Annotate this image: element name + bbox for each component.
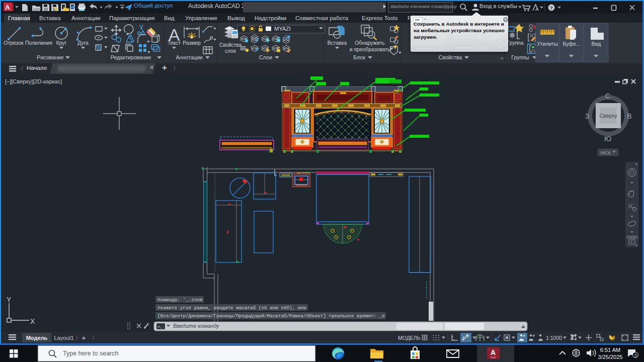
svg-text:Свойства: Свойства — [439, 54, 462, 60]
svg-text:Группы: Группы — [511, 54, 529, 60]
svg-text:Группа: Группа — [507, 40, 524, 46]
svg-text:Обнаружить: Обнаружить — [355, 40, 384, 46]
svg-text:1:1000: 1:1000 — [546, 335, 562, 341]
svg-text:Вид: Вид — [592, 41, 601, 47]
svg-text:Вставка: Вставка — [328, 40, 347, 46]
svg-text:Текст: Текст — [168, 40, 181, 46]
svg-text:Свойства: Свойства — [219, 42, 242, 48]
svg-text:MYAZI: MYAZI — [274, 26, 291, 32]
svg-text:и преобразовать: и преобразовать — [350, 47, 390, 52]
svg-text:CAD: CAD — [491, 356, 496, 359]
svg-text:В: В — [627, 112, 631, 120]
svg-text:МСК: МСК — [601, 150, 611, 155]
svg-text:Ю: Ю — [604, 135, 611, 143]
svg-text:+: + — [82, 333, 86, 342]
svg-text:A: A — [5, 4, 10, 11]
svg-text:Редактирование: Редактирование — [111, 54, 151, 60]
svg-text:Круг: Круг — [56, 40, 67, 46]
svg-text:слоя: слоя — [225, 48, 236, 54]
svg-text:/: / — [76, 335, 78, 341]
svg-text:Сверху: Сверху — [599, 113, 617, 119]
svg-text:>_: >_ — [157, 324, 163, 329]
svg-text:[−][Сверху][2D-каркас]: [−][Сверху][2D-каркас] — [5, 78, 62, 84]
svg-text:Layout1: Layout1 — [54, 335, 73, 341]
svg-text:3/25/2025: 3/25/2025 — [598, 354, 623, 360]
svg-text:Модель: Модель — [26, 335, 48, 341]
svg-text:Буфе...: Буфе... — [562, 41, 580, 47]
svg-text:Type here to search: Type here to search — [63, 350, 119, 357]
svg-text:МОДЕЛЬ: МОДЕЛЬ — [398, 335, 421, 341]
svg-text:[Все/Центр/Динамика/Границы/Пр: [Все/Центр/Динамика/Границы/Предыдущий/М… — [157, 313, 385, 319]
svg-text:Y: Y — [7, 296, 12, 304]
svg-text:Команда: '_.zoom: Команда: '_.zoom — [157, 297, 203, 303]
svg-text:С: С — [605, 92, 610, 100]
svg-text:Блок: Блок — [353, 54, 365, 60]
svg-text:»: » — [501, 55, 504, 61]
svg-text:Отрезок: Отрезок — [4, 40, 24, 46]
svg-text:Слои: Слои — [259, 54, 272, 60]
svg-text:Введите команду: Введите команду — [173, 323, 220, 329]
svg-text:/: / — [93, 335, 95, 341]
svg-text:6:51 AM: 6:51 AM — [600, 347, 620, 353]
svg-text:Укажите угол рамки, введите ма: Укажите угол рамки, введите масштаб (nX … — [157, 305, 306, 311]
svg-text:Утилиты: Утилиты — [537, 41, 558, 47]
svg-text:З: З — [585, 112, 589, 120]
svg-text:Размер: Размер — [183, 40, 201, 46]
svg-text:Дуга: Дуга — [77, 40, 89, 46]
svg-text:3: 3 — [634, 353, 637, 358]
svg-text:Полилиния: Полилиния — [25, 40, 52, 46]
svg-text:Рисование: Рисование — [37, 54, 63, 60]
svg-text:X: X — [30, 317, 35, 325]
svg-text:Аннотации: Аннотации — [176, 54, 203, 60]
